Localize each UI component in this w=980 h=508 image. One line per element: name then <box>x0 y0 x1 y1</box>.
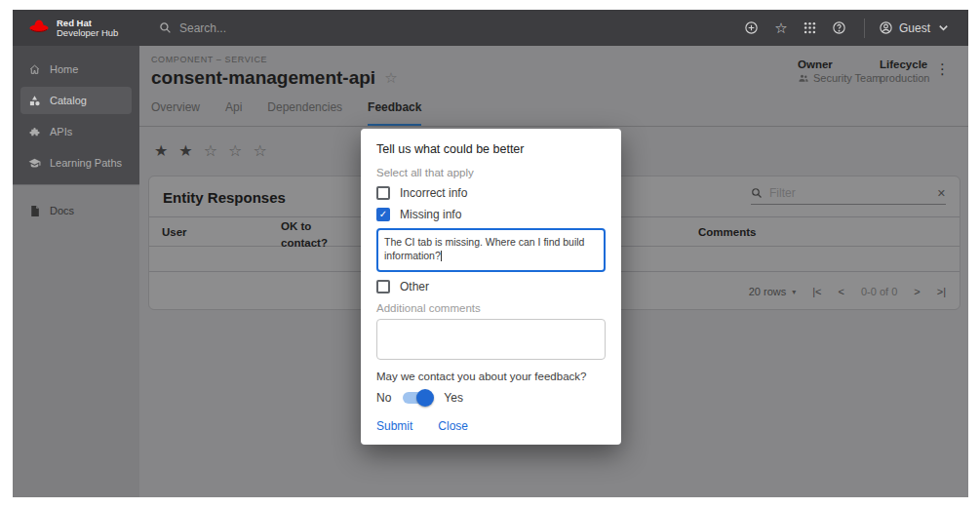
toggle-yes-label: Yes <box>444 391 463 405</box>
group-icon <box>798 72 809 84</box>
owner-label: Owner <box>798 59 882 70</box>
rating-star-3-icon[interactable]: ☆ <box>204 141 217 160</box>
text-cursor <box>441 251 442 261</box>
owner-block: Owner Security Team <box>798 59 882 84</box>
column-header-user[interactable]: User <box>162 224 187 241</box>
apis-extension-icon <box>28 126 41 138</box>
entity-title-row: consent-management-api ☆ <box>151 67 398 89</box>
redhat-developer-hub-logo[interactable]: Red Hat Developer Hub <box>13 19 139 38</box>
create-plus-icon[interactable] <box>739 16 764 41</box>
breadcrumb: COMPONENT – SERVICE <box>151 55 267 64</box>
sidebar-item-label: APIs <box>50 126 72 137</box>
help-icon[interactable] <box>827 16 852 41</box>
lifecycle-block: Lifecycle production <box>880 59 929 84</box>
pagination-range: 0-0 of 0 <box>861 286 897 297</box>
sidebar-item-home[interactable]: Home <box>20 56 132 83</box>
logo-text: Red Hat Developer Hub <box>57 19 118 38</box>
tab-overview[interactable]: Overview <box>151 100 200 127</box>
entity-kebab-menu-icon[interactable]: ⋮ <box>935 61 950 76</box>
feedback-text-input[interactable]: The CI tab is missing. Where can I find … <box>376 228 606 272</box>
option-incorrect-info[interactable]: Incorrect info <box>376 186 606 200</box>
screenshot-root: Red Hat Developer Hub ☆ <box>0 0 980 508</box>
rows-per-page-select[interactable]: 20 rows ▾ <box>749 286 797 297</box>
sidebar-item-apis[interactable]: APIs <box>20 118 132 145</box>
table-filter: ✕ <box>751 186 946 205</box>
lifecycle-label: Lifecycle <box>880 59 929 70</box>
toggle-knob <box>416 389 434 407</box>
sidebar-item-label: Home <box>50 63 78 75</box>
sidebar-item-label: Catalog <box>50 95 87 106</box>
last-page-button[interactable]: >| <box>937 286 946 297</box>
checkbox-unchecked-icon[interactable] <box>376 186 390 200</box>
user-name: Guest <box>899 21 930 35</box>
header-actions: ☆ <box>739 10 968 46</box>
sidebar-item-learning-paths[interactable]: Learning Paths <box>20 149 132 176</box>
column-header-comments[interactable]: Comments <box>698 224 756 241</box>
option-missing-info[interactable]: Missing info <box>376 208 606 221</box>
submit-button[interactable]: Submit <box>376 419 412 433</box>
apps-grid-icon[interactable] <box>798 16 823 41</box>
close-button[interactable]: Close <box>438 419 468 433</box>
toggle-no-label: No <box>376 391 391 405</box>
user-menu[interactable]: Guest <box>879 20 951 35</box>
caret-down-icon: ▾ <box>792 288 796 296</box>
favorite-entity-star-icon[interactable]: ☆ <box>384 69 397 87</box>
first-page-button[interactable]: |< <box>812 286 821 297</box>
logo-line2: Developer Hub <box>57 28 118 38</box>
header-divider <box>864 19 865 38</box>
owner-name: Security Team <box>813 72 882 84</box>
rows-per-page-value: 20 rows <box>749 286 787 297</box>
tabs-divider <box>139 126 968 127</box>
next-page-button[interactable]: > <box>914 286 920 297</box>
top-header-bar: Red Hat Developer Hub ☆ <box>13 10 968 46</box>
redhat-fedora-icon <box>28 19 50 37</box>
rating-star-4-icon[interactable]: ☆ <box>228 141 242 160</box>
checkbox-checked-icon[interactable] <box>376 208 390 221</box>
sidebar-secondary: Docs <box>13 184 139 497</box>
filter-clear-icon[interactable]: ✕ <box>937 187 946 200</box>
entity-tabs: Overview Api Dependencies Feedback <box>151 100 421 127</box>
rating-star-2-icon[interactable]: ★ <box>178 141 192 160</box>
filter-search-icon <box>751 187 763 199</box>
home-icon <box>28 63 41 76</box>
sidebar-item-docs[interactable]: Docs <box>20 197 132 224</box>
checkbox-unchecked-icon[interactable] <box>376 280 390 293</box>
sidebar-item-label: Learning Paths <box>50 157 122 169</box>
page-title: consent-management-api <box>151 67 375 89</box>
option-label: Other <box>400 280 429 293</box>
owner-value[interactable]: Security Team <box>798 72 882 84</box>
search-input[interactable] <box>179 21 374 35</box>
table-pagination: 20 rows ▾ |< < 0-0 of 0 > >| <box>749 286 946 297</box>
favorites-star-icon[interactable]: ☆ <box>768 16 794 41</box>
additional-comments-input[interactable] <box>376 319 606 360</box>
search-icon <box>159 21 172 34</box>
filter-input[interactable] <box>769 186 930 200</box>
feedback-text-value: The CI tab is missing. Where can I find … <box>384 236 584 261</box>
option-other[interactable]: Other <box>376 280 606 293</box>
tab-api[interactable]: Api <box>225 100 242 127</box>
prev-page-button[interactable]: < <box>839 286 844 297</box>
contact-toggle-row: No Yes <box>376 391 606 405</box>
lifecycle-value: production <box>880 72 929 84</box>
table-title: Entity Responses <box>163 189 286 206</box>
rating-star-1-icon[interactable]: ★ <box>154 141 168 160</box>
sidebar-item-label: Docs <box>50 205 74 216</box>
tab-dependencies[interactable]: Dependencies <box>267 100 342 127</box>
global-search[interactable] <box>159 21 374 35</box>
modal-title: Tell us what could be better <box>376 142 606 156</box>
additional-comments-label: Additional comments <box>376 302 606 314</box>
modal-actions: Submit Close <box>376 419 606 433</box>
option-label: Missing info <box>400 208 461 221</box>
chevron-down-icon <box>936 20 951 35</box>
sidebar-main: Home Catalog APIs Learning Paths <box>13 46 139 184</box>
option-label: Incorrect info <box>400 186 467 200</box>
contact-question: May we contact you about your feedback? <box>376 371 606 382</box>
feedback-modal: Tell us what could be better Select all … <box>361 129 621 445</box>
modal-subtitle: Select all that apply <box>376 167 606 178</box>
feedback-rating: ★ ★ ☆ ☆ ☆ <box>154 141 267 160</box>
docs-icon <box>28 205 41 217</box>
contact-toggle-switch[interactable] <box>403 392 432 404</box>
rating-star-5-icon[interactable]: ☆ <box>253 141 266 160</box>
sidebar-item-catalog[interactable]: Catalog <box>20 87 132 114</box>
tab-feedback[interactable]: Feedback <box>368 100 421 127</box>
